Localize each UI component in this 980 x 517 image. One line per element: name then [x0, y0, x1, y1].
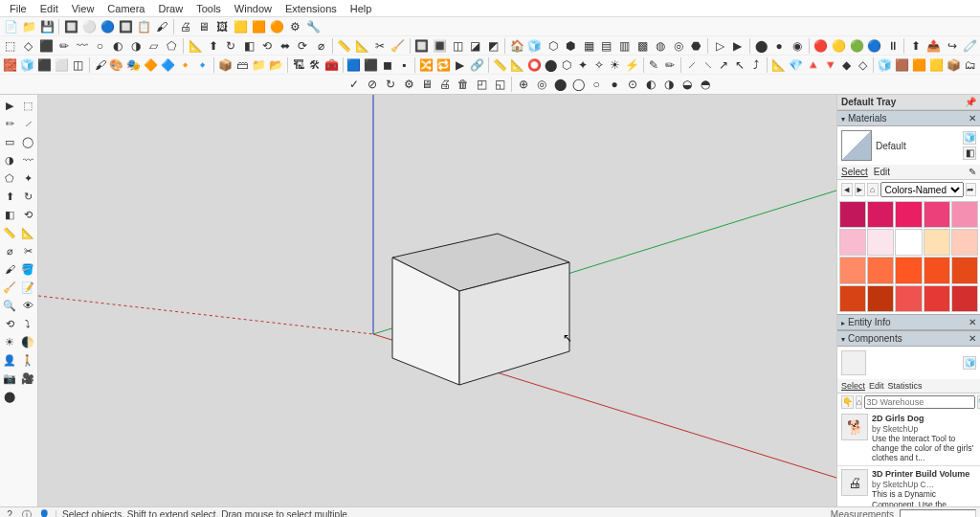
model-viewport[interactable]: ↖ — [38, 95, 836, 506]
toolbar-button[interactable]: 🏗 — [291, 56, 306, 74]
materials-tab-select[interactable]: Select — [841, 167, 868, 177]
toolbar-button[interactable]: ⬆ — [907, 37, 924, 55]
toolbar-button[interactable] — [291, 76, 308, 93]
toolbar-button[interactable]: ✏ — [56, 37, 73, 55]
components-tab-statistics[interactable]: Statistics — [888, 381, 923, 391]
toolbar-button[interactable]: 🗑 — [455, 76, 472, 93]
material-swatch[interactable] — [951, 257, 978, 283]
toolbar-button[interactable]: 📦 — [946, 56, 962, 74]
material-swatch[interactable] — [951, 201, 978, 228]
toolbar-button[interactable]: ↪ — [944, 37, 961, 55]
create-material-icon[interactable]: 🧊 — [963, 131, 976, 145]
toolbar-button[interactable] — [255, 76, 272, 93]
menu-view[interactable]: View — [66, 2, 100, 15]
large-tool-button[interactable]: ⟲ — [19, 206, 36, 223]
toolbar-button[interactable]: ● — [770, 37, 788, 55]
toolbar-button[interactable]: ⊘ — [364, 76, 381, 93]
toolbar-button[interactable] — [236, 76, 254, 93]
toolbar-button[interactable]: 🔻 — [822, 56, 838, 74]
toolbar-button[interactable]: ◆ — [839, 56, 855, 74]
toolbar-button[interactable]: ◓ — [697, 76, 714, 93]
toolbar-button[interactable]: 🟨 — [232, 18, 249, 35]
toolbar-button[interactable]: 🔁 — [435, 56, 452, 74]
toolbar-button[interactable]: 🖥 — [195, 18, 212, 35]
material-swatch[interactable] — [895, 229, 922, 256]
toolbar-button[interactable]: 🔲 — [62, 18, 79, 35]
toolbar-button[interactable]: ⚙ — [286, 18, 303, 35]
toolbar-button[interactable]: ⚪ — [80, 18, 98, 35]
toolbar-button[interactable]: 📏 — [336, 37, 353, 55]
material-swatch[interactable] — [924, 285, 950, 312]
toolbar-button[interactable]: ◐ — [642, 76, 659, 93]
toolbar-button[interactable]: 🔀 — [418, 56, 434, 74]
toolbar-button[interactable]: ▶ — [729, 37, 746, 55]
toolbar-button[interactable] — [309, 76, 326, 93]
toolbar-button[interactable]: 🖥 — [418, 76, 435, 93]
toolbar-button[interactable]: 🔳 — [431, 37, 448, 55]
menu-help[interactable]: Help — [345, 2, 378, 15]
large-tool-button[interactable]: ⟋ — [19, 115, 36, 132]
large-tool-button[interactable]: ⬆ — [1, 188, 18, 205]
toolbar-button[interactable]: ▤ — [598, 37, 615, 55]
toolbar-button[interactable]: 📐 — [509, 56, 525, 74]
components-panel-header[interactable]: Components ✕ — [837, 330, 980, 347]
toolbar-button[interactable]: 🟫 — [894, 56, 910, 74]
toolbar-button[interactable]: 🟧 — [911, 56, 927, 74]
toolbar-button[interactable]: ◍ — [652, 37, 669, 55]
toolbar-button[interactable]: ◑ — [660, 76, 678, 93]
toolbar-button[interactable]: 🖌 — [153, 18, 170, 35]
toolbar-button[interactable]: 🟦 — [345, 56, 362, 74]
toolbar-button[interactable]: ⟲ — [258, 37, 276, 55]
help-icon[interactable]: ? — [4, 509, 15, 518]
toolbar-button[interactable]: ⊙ — [624, 76, 641, 93]
toolbar-button[interactable]: ◪ — [467, 37, 484, 55]
toolbar-button[interactable]: 🔲 — [117, 18, 134, 35]
material-swatch[interactable] — [951, 229, 978, 256]
home-icon[interactable]: ⌂ — [856, 395, 862, 409]
tray-pin-icon[interactable]: 📌 — [965, 97, 976, 107]
cube-geometry[interactable] — [392, 234, 569, 385]
large-tool-button[interactable]: ⤵ — [19, 315, 36, 332]
large-tool-button[interactable]: 🌓 — [19, 333, 36, 350]
toolbar-button[interactable]: 🧷 — [962, 37, 979, 55]
large-tool-button[interactable]: ↻ — [19, 188, 36, 205]
toolbar-button[interactable]: 🧊 — [526, 37, 544, 55]
large-tool-button[interactable]: ◧ — [1, 206, 18, 223]
toolbar-button[interactable]: ◼ — [380, 56, 395, 74]
toolbar-button[interactable]: 📐 — [187, 37, 204, 55]
large-tool-button[interactable]: ◑ — [1, 151, 18, 169]
toolbar-button[interactable]: 📋 — [135, 18, 152, 35]
toolbar-button[interactable]: 🟠 — [268, 18, 285, 35]
toolbar-button[interactable]: 📄 — [2, 18, 19, 35]
toolbar-button[interactable]: 🎭 — [125, 56, 142, 74]
toolbar-button[interactable]: ◫ — [449, 37, 466, 55]
toolbar-button[interactable]: ↖ — [732, 56, 747, 74]
component-preview-thumb[interactable] — [841, 350, 866, 375]
toolbar-button[interactable]: 🔹 — [194, 56, 211, 74]
large-tool-button[interactable]: 🪣 — [19, 260, 36, 278]
menu-extensions[interactable]: Extensions — [279, 2, 343, 15]
toolbar-button[interactable]: 📤 — [925, 37, 943, 55]
toolbar-button[interactable]: 🗃 — [234, 56, 250, 74]
toolbar-button[interactable]: 🟡 — [831, 37, 848, 55]
toolbar-button[interactable]: 🗂 — [963, 56, 978, 74]
material-swatch[interactable] — [867, 201, 894, 228]
toolbar-button[interactable]: ⬆ — [205, 37, 222, 55]
add-component-icon[interactable]: 🧊 — [963, 356, 976, 370]
material-swatch[interactable] — [924, 229, 950, 256]
toolbar-button[interactable]: ▱ — [145, 37, 163, 55]
default-material-icon[interactable]: ◧ — [963, 146, 976, 160]
toolbar-button[interactable]: 🖼 — [213, 18, 231, 35]
toolbar-button[interactable]: ↗ — [716, 56, 731, 74]
large-tool-button[interactable]: ☀ — [1, 333, 18, 350]
materials-panel-header[interactable]: Materials ✕ — [837, 110, 980, 126]
large-tool-button[interactable]: ✂ — [19, 242, 36, 259]
material-swatch[interactable] — [924, 257, 950, 283]
material-swatch[interactable] — [867, 285, 894, 312]
toolbar-button[interactable]: ◑ — [127, 37, 145, 55]
menu-edit[interactable]: Edit — [34, 2, 64, 15]
large-tool-button[interactable]: ▶ — [1, 97, 18, 114]
toolbar-button[interactable]: ● — [606, 76, 623, 93]
large-tool-button[interactable]: 🔍 — [1, 297, 18, 314]
toolbar-button[interactable]: ⏸ — [884, 37, 902, 55]
